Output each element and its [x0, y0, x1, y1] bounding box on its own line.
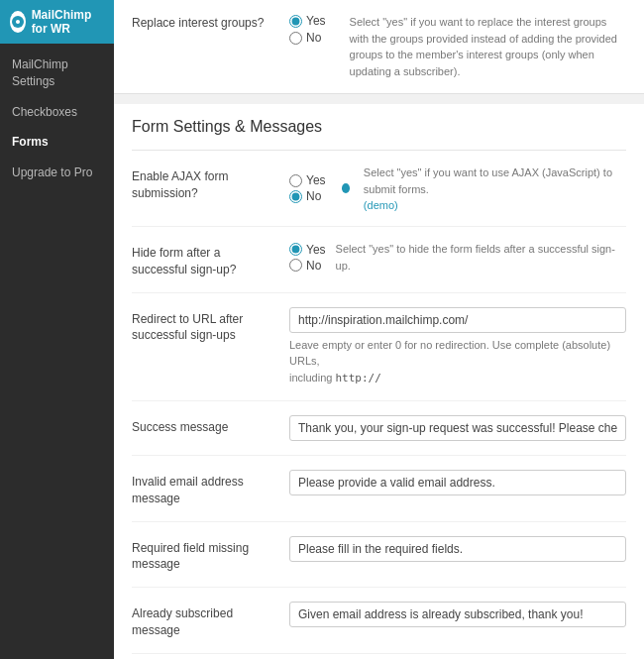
success-message-label: Success message [132, 415, 275, 436]
ajax-no-radio[interactable] [289, 190, 302, 203]
general-error-row: General error message [132, 654, 626, 659]
replace-interest-radio-group: Yes No [289, 14, 326, 45]
mailchimp-logo-icon [10, 11, 26, 33]
required-field-content [289, 536, 626, 562]
hide-form-row: Hide form after a successful sign-up? Ye… [132, 227, 626, 293]
redirect-url-input[interactable] [289, 307, 626, 333]
replace-interest-yes-label: Yes [306, 14, 326, 28]
ajax-demo-link[interactable]: (demo) [364, 199, 398, 211]
invalid-email-content [289, 470, 626, 495]
hide-form-radio-group: Yes No [289, 243, 326, 273]
main-content: Replace interest groups? Yes No Select "… [114, 0, 644, 659]
required-field-input[interactable] [289, 536, 626, 562]
already-subscribed-content [289, 602, 626, 627]
redirect-url-row: Redirect to URL after successful sign-up… [132, 293, 626, 402]
hide-form-yes-radio[interactable] [289, 243, 302, 256]
replace-interest-hint: Select "yes" if you want to replace the … [350, 14, 626, 79]
replace-interest-no-label: No [306, 31, 321, 45]
ajax-radio-group: Yes No [289, 173, 326, 203]
sidebar: MailChimp for WR MailChimp Settings Chec… [0, 0, 114, 659]
hide-form-hint: Select "yes" to hide the form fields aft… [336, 241, 626, 274]
ajax-yes-option[interactable]: Yes [289, 173, 326, 187]
hide-form-no-label: No [306, 259, 321, 273]
ajax-content: Yes No Select "yes" if you want to use A… [289, 165, 626, 212]
sidebar-item-upgrade[interactable]: Upgrade to Pro [0, 158, 114, 188]
replace-interest-label: Replace interest groups? [132, 14, 275, 30]
ajax-yes-radio[interactable] [289, 174, 302, 187]
sidebar-item-checkboxes[interactable]: Checkboxes [0, 97, 114, 128]
section-title: Form Settings & Messages [132, 104, 626, 151]
hide-form-yes-option[interactable]: Yes [289, 243, 326, 257]
redirect-url-hint: Leave empty or enter 0 for no redirectio… [289, 337, 626, 387]
redirect-url-content: Leave empty or enter 0 for no redirectio… [289, 307, 626, 387]
hide-form-content: Yes No Select "yes" to hide the form fie… [289, 241, 626, 274]
ajax-form-row: Enable AJAX form submission? Yes No [132, 151, 626, 227]
success-message-input[interactable] [289, 415, 626, 441]
sidebar-navigation: MailChimp Settings Checkboxes Forms Upgr… [0, 44, 114, 194]
ajax-status-dot [342, 183, 350, 193]
ajax-no-option[interactable]: No [289, 189, 326, 203]
already-subscribed-input[interactable] [289, 602, 626, 627]
success-message-row: Success message [132, 401, 626, 456]
sidebar-logo: MailChimp for WR [0, 0, 114, 44]
ajax-hint-text: Select "yes" if you want to use AJAX (Ja… [364, 166, 612, 195]
replace-interest-yes-option[interactable]: Yes [289, 14, 326, 28]
ajax-label: Enable AJAX form submission? [132, 165, 275, 202]
hide-form-no-option[interactable]: No [289, 259, 326, 273]
required-field-row: Required field missing message [132, 522, 626, 589]
ajax-yes-label: Yes [306, 173, 326, 187]
success-message-content [289, 415, 626, 441]
ajax-no-label: No [306, 189, 321, 203]
sidebar-item-forms[interactable]: Forms [0, 127, 114, 158]
form-settings-section: Form Settings & Messages Enable AJAX for… [114, 104, 644, 659]
invalid-email-label: Invalid email address message [132, 470, 275, 507]
replace-interest-yes-radio[interactable] [289, 15, 302, 28]
hide-form-label: Hide form after a successful sign-up? [132, 241, 275, 278]
replace-interest-no-option[interactable]: No [289, 31, 326, 45]
invalid-email-input[interactable] [289, 470, 626, 495]
ajax-hint-area: Select "yes" if you want to use AJAX (Ja… [364, 165, 626, 212]
sidebar-logo-text: MailChimp for WR [32, 8, 104, 36]
already-subscribed-label: Already subscribed message [132, 602, 275, 639]
replace-interest-section: Replace interest groups? Yes No Select "… [114, 0, 644, 94]
sidebar-item-mailchimp-settings[interactable]: MailChimp Settings [0, 50, 114, 97]
hide-form-no-radio[interactable] [289, 259, 302, 272]
required-field-label: Required field missing message [132, 536, 275, 574]
hide-form-yes-label: Yes [306, 243, 326, 257]
redirect-url-label: Redirect to URL after successful sign-up… [132, 307, 275, 345]
invalid-email-row: Invalid email address message [132, 456, 626, 522]
already-subscribed-row: Already subscribed message [132, 588, 626, 654]
replace-interest-no-radio[interactable] [289, 32, 302, 45]
